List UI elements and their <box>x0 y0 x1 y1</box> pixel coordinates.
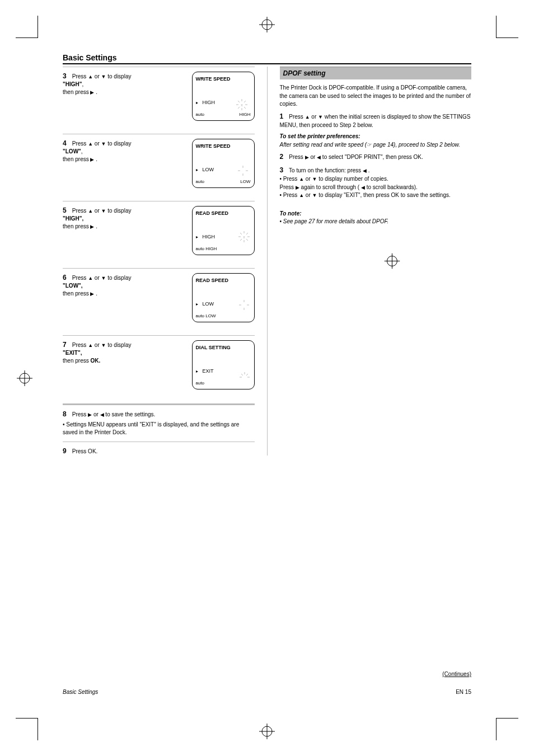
left-column: 3 Press or to display "HIGH", then press… <box>63 67 255 456</box>
to-note-body: • See page 27 for more details about DPO… <box>280 218 389 224</box>
registration-mark-top <box>259 17 275 32</box>
lcd-bottom-left: auto <box>196 112 205 118</box>
step-text: to display number of copies. <box>317 176 388 182</box>
left-triangle-icon <box>100 411 104 417</box>
step-number: 9 <box>63 447 71 456</box>
lcd-line1: READ SPEED <box>196 210 251 217</box>
step-4: 4 Press or to display "LOW", then press … <box>63 134 255 201</box>
step-text: Press <box>72 342 88 348</box>
step-5: 5 Press or to display "HIGH", then press… <box>63 201 255 268</box>
up-triangle-icon <box>88 342 93 348</box>
step-text: Press <box>289 114 305 120</box>
svg-line-16 <box>238 101 240 102</box>
up-triangle-icon <box>88 275 93 281</box>
svg-line-41 <box>241 374 243 375</box>
lcd-cursor-icon: ▸ <box>196 302 198 308</box>
step-text: Press <box>72 140 88 147</box>
step-6: 6 Press or to display "LOW", then press … <box>63 268 255 335</box>
lcd-line1: WRITE SPEED <box>196 76 251 82</box>
right-triangle-icon <box>296 184 299 190</box>
step-text: Press <box>72 275 88 281</box>
continues-link: (Continues) <box>442 671 471 677</box>
step-3: 3 Press or to display "HIGH", then press… <box>63 67 255 134</box>
footer-page-number: EN 15 <box>456 689 471 695</box>
step-text: to save the settings. <box>104 411 156 417</box>
step-text: to display <box>106 140 131 147</box>
step-text: or <box>93 73 101 79</box>
step-number: 5 <box>63 206 71 215</box>
up-triangle-icon <box>88 73 93 79</box>
step-text: Press <box>72 208 88 214</box>
step-text: to select "DPOF PRINT", then press OK. <box>321 154 423 160</box>
svg-line-18 <box>244 101 246 102</box>
step-text: • Press <box>280 192 299 198</box>
step-text: to display <box>106 342 131 348</box>
lcd-screen: READ SPEED ▸ LOW auto LOW <box>192 273 255 322</box>
lcd-value: LOW <box>203 300 214 307</box>
left-triangle-icon <box>363 167 367 173</box>
lcd-bottom-left: auto LOW <box>196 313 216 320</box>
step-number: 1 <box>280 112 288 121</box>
step-text: . <box>94 156 97 162</box>
section-heading: DPOF setting <box>280 67 472 79</box>
step-text: or <box>309 154 317 160</box>
step-text: to display <box>106 275 131 281</box>
lcd-cursor-icon: ▸ <box>196 234 198 241</box>
step-text: • Press <box>280 176 299 182</box>
step-text: or <box>93 208 101 214</box>
registration-mark-left <box>17 370 32 386</box>
lcd-cursor-icon: ▸ <box>196 369 198 375</box>
up-triangle-icon <box>88 208 93 214</box>
lcd-line1: READ SPEED <box>196 277 251 284</box>
right-step-1: 1 Press or when the initial screen is di… <box>280 112 472 130</box>
step-text: Press <box>72 411 88 417</box>
step-text: to display <box>106 73 131 79</box>
step-text: then press <box>63 358 89 364</box>
step-number: 7 <box>63 340 71 349</box>
step-text: or <box>304 192 312 198</box>
svg-line-29 <box>240 233 242 234</box>
option-value: "LOW" <box>63 148 81 154</box>
svg-line-17 <box>244 107 246 109</box>
svg-text:x: x <box>243 235 245 239</box>
step-number: 3 <box>63 72 71 81</box>
step-text: to scroll backwards). <box>365 184 418 190</box>
step-number: 3 <box>280 166 288 175</box>
up-triangle-icon <box>299 192 304 198</box>
down-triangle-icon <box>318 114 323 120</box>
step-text: . <box>367 167 370 173</box>
column-divider <box>267 67 268 456</box>
svg-line-30 <box>246 239 248 241</box>
step-text: or <box>93 275 101 281</box>
option-value: "LOW", <box>63 283 83 289</box>
speed-high-icon: x <box>236 229 252 247</box>
left-triangle-icon <box>361 184 365 190</box>
up-triangle-icon <box>299 176 304 182</box>
step-text: or <box>310 114 318 120</box>
lcd-bottom-left: auto <box>196 381 205 387</box>
svg-text:x: x <box>241 103 243 107</box>
step-text: Press <box>72 73 88 79</box>
lcd-line1: WRITE SPEED <box>196 143 251 149</box>
step-text: then press <box>63 223 90 229</box>
step-text: then press <box>63 290 90 297</box>
right-step-2: 2 Press or to select "DPOF PRINT", then … <box>280 152 472 162</box>
step-text: Press OK. <box>72 448 98 454</box>
step-number: 8 <box>63 410 71 419</box>
lcd-screen: WRITE SPEED ▸ LOW auto LOW <box>192 139 255 188</box>
page-title: Basic Settings <box>63 53 471 64</box>
lcd-bottom-left: auto <box>196 179 205 185</box>
right-triangle-icon <box>305 154 309 160</box>
step-text: then press <box>63 156 90 162</box>
lcd-bottom-right: LOW <box>240 179 250 185</box>
step-text: again to scroll through ( <box>299 184 361 190</box>
page-footer: Basic Settings EN 15 <box>63 689 471 695</box>
lcd-value: EXIT <box>203 368 214 374</box>
up-triangle-icon <box>88 140 93 147</box>
lcd-screen: READ SPEED ▸ HIGH x auto HIGH <box>192 206 255 255</box>
option-value: "HIGH" <box>63 81 82 87</box>
step-text: or <box>92 411 100 417</box>
svg-line-42 <box>246 374 248 375</box>
to-note-label: To note: <box>280 210 302 217</box>
step-text: Press <box>280 184 296 190</box>
